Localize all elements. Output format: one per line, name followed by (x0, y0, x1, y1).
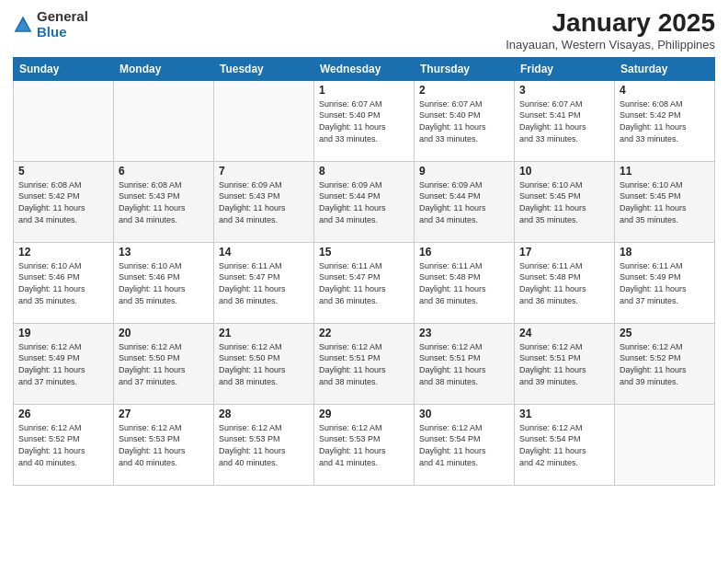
cell-1-5: 2Sunrise: 6:07 AM Sunset: 5:40 PM Daylig… (415, 80, 515, 161)
cell-4-3: 21Sunrise: 6:12 AM Sunset: 5:50 PM Dayli… (214, 323, 314, 404)
day-info: Sunrise: 6:11 AM Sunset: 5:49 PM Dayligh… (620, 260, 710, 306)
cell-3-3: 14Sunrise: 6:11 AM Sunset: 5:47 PM Dayli… (214, 242, 314, 323)
week-row-1: 1Sunrise: 6:07 AM Sunset: 5:40 PM Daylig… (14, 80, 715, 161)
day-number: 16 (419, 246, 509, 259)
day-info: Sunrise: 6:07 AM Sunset: 5:41 PM Dayligh… (519, 98, 609, 144)
day-info: Sunrise: 6:11 AM Sunset: 5:48 PM Dayligh… (519, 260, 609, 306)
cell-3-6: 17Sunrise: 6:11 AM Sunset: 5:48 PM Dayli… (515, 242, 615, 323)
cell-2-3: 7Sunrise: 6:09 AM Sunset: 5:43 PM Daylig… (214, 161, 314, 242)
cell-4-2: 20Sunrise: 6:12 AM Sunset: 5:50 PM Dayli… (114, 323, 214, 404)
day-info: Sunrise: 6:12 AM Sunset: 5:51 PM Dayligh… (319, 341, 409, 387)
day-number: 20 (119, 327, 209, 339)
cell-5-6: 31Sunrise: 6:12 AM Sunset: 5:54 PM Dayli… (515, 404, 615, 485)
day-number: 2 (419, 84, 509, 97)
cell-4-1: 19Sunrise: 6:12 AM Sunset: 5:49 PM Dayli… (14, 323, 114, 404)
day-number: 11 (620, 165, 710, 178)
logo: General Blue (13, 9, 88, 40)
day-number: 31 (519, 408, 609, 420)
day-info: Sunrise: 6:08 AM Sunset: 5:43 PM Dayligh… (119, 179, 209, 225)
day-number: 19 (18, 327, 108, 339)
cell-1-7: 4Sunrise: 6:08 AM Sunset: 5:42 PM Daylig… (615, 80, 715, 161)
day-number: 30 (419, 408, 509, 420)
day-number: 1 (319, 84, 409, 97)
weekday-header-row: Sunday Monday Tuesday Wednesday Thursday… (14, 57, 715, 80)
day-number: 14 (219, 246, 309, 259)
day-info: Sunrise: 6:12 AM Sunset: 5:52 PM Dayligh… (18, 422, 108, 468)
month-title: January 2025 (506, 9, 715, 38)
cell-5-1: 26Sunrise: 6:12 AM Sunset: 5:52 PM Dayli… (14, 404, 114, 485)
cell-2-6: 10Sunrise: 6:10 AM Sunset: 5:45 PM Dayli… (515, 161, 615, 242)
day-info: Sunrise: 6:10 AM Sunset: 5:46 PM Dayligh… (119, 260, 209, 306)
day-number: 12 (18, 246, 108, 259)
cell-2-5: 9Sunrise: 6:09 AM Sunset: 5:44 PM Daylig… (415, 161, 515, 242)
cell-3-1: 12Sunrise: 6:10 AM Sunset: 5:46 PM Dayli… (14, 242, 114, 323)
day-number: 3 (519, 84, 609, 97)
title-block: January 2025 Inayauan, Western Visayas, … (506, 9, 715, 52)
cell-4-5: 23Sunrise: 6:12 AM Sunset: 5:51 PM Dayli… (415, 323, 515, 404)
day-info: Sunrise: 6:08 AM Sunset: 5:42 PM Dayligh… (18, 179, 108, 225)
header-tuesday: Tuesday (214, 57, 314, 80)
header-saturday: Saturday (615, 57, 715, 80)
day-info: Sunrise: 6:09 AM Sunset: 5:43 PM Dayligh… (219, 179, 309, 225)
cell-1-4: 1Sunrise: 6:07 AM Sunset: 5:40 PM Daylig… (314, 80, 415, 161)
day-info: Sunrise: 6:11 AM Sunset: 5:47 PM Dayligh… (219, 260, 309, 306)
header-monday: Monday (114, 57, 214, 80)
cell-2-7: 11Sunrise: 6:10 AM Sunset: 5:45 PM Dayli… (615, 161, 715, 242)
day-info: Sunrise: 6:11 AM Sunset: 5:47 PM Dayligh… (319, 260, 409, 306)
header-friday: Friday (515, 57, 615, 80)
day-info: Sunrise: 6:10 AM Sunset: 5:45 PM Dayligh… (620, 179, 710, 225)
cell-4-6: 24Sunrise: 6:12 AM Sunset: 5:51 PM Dayli… (515, 323, 615, 404)
cell-1-2 (114, 80, 214, 161)
day-number: 8 (319, 165, 409, 178)
logo-general-text: General (37, 9, 88, 25)
day-info: Sunrise: 6:12 AM Sunset: 5:53 PM Dayligh… (119, 422, 209, 468)
cell-4-7: 25Sunrise: 6:12 AM Sunset: 5:52 PM Dayli… (615, 323, 715, 404)
day-info: Sunrise: 6:12 AM Sunset: 5:53 PM Dayligh… (219, 422, 309, 468)
week-row-2: 5Sunrise: 6:08 AM Sunset: 5:42 PM Daylig… (14, 161, 715, 242)
calendar-table: Sunday Monday Tuesday Wednesday Thursday… (13, 57, 715, 486)
day-number: 28 (219, 408, 309, 420)
cell-2-2: 6Sunrise: 6:08 AM Sunset: 5:43 PM Daylig… (114, 161, 214, 242)
cell-5-2: 27Sunrise: 6:12 AM Sunset: 5:53 PM Dayli… (114, 404, 214, 485)
day-info: Sunrise: 6:12 AM Sunset: 5:53 PM Dayligh… (319, 422, 409, 468)
page-header: General Blue January 2025 Inayauan, West… (13, 9, 715, 52)
day-number: 21 (219, 327, 309, 339)
cell-1-1 (14, 80, 114, 161)
logo-icon (13, 15, 33, 35)
day-info: Sunrise: 6:10 AM Sunset: 5:46 PM Dayligh… (18, 260, 108, 306)
cell-5-4: 29Sunrise: 6:12 AM Sunset: 5:53 PM Dayli… (314, 404, 415, 485)
cell-2-1: 5Sunrise: 6:08 AM Sunset: 5:42 PM Daylig… (14, 161, 114, 242)
day-info: Sunrise: 6:12 AM Sunset: 5:54 PM Dayligh… (419, 422, 509, 468)
day-number: 22 (319, 327, 409, 339)
week-row-3: 12Sunrise: 6:10 AM Sunset: 5:46 PM Dayli… (14, 242, 715, 323)
day-info: Sunrise: 6:10 AM Sunset: 5:45 PM Dayligh… (519, 179, 609, 225)
day-info: Sunrise: 6:11 AM Sunset: 5:48 PM Dayligh… (419, 260, 509, 306)
day-info: Sunrise: 6:12 AM Sunset: 5:50 PM Dayligh… (219, 341, 309, 387)
cell-1-6: 3Sunrise: 6:07 AM Sunset: 5:41 PM Daylig… (515, 80, 615, 161)
header-thursday: Thursday (415, 57, 515, 80)
day-info: Sunrise: 6:08 AM Sunset: 5:42 PM Dayligh… (620, 98, 710, 144)
cell-3-4: 15Sunrise: 6:11 AM Sunset: 5:47 PM Dayli… (314, 242, 415, 323)
week-row-4: 19Sunrise: 6:12 AM Sunset: 5:49 PM Dayli… (14, 323, 715, 404)
cell-5-5: 30Sunrise: 6:12 AM Sunset: 5:54 PM Dayli… (415, 404, 515, 485)
day-info: Sunrise: 6:12 AM Sunset: 5:49 PM Dayligh… (18, 341, 108, 387)
day-info: Sunrise: 6:12 AM Sunset: 5:50 PM Dayligh… (119, 341, 209, 387)
day-number: 7 (219, 165, 309, 178)
location-subtitle: Inayauan, Western Visayas, Philippines (506, 38, 715, 52)
day-info: Sunrise: 6:07 AM Sunset: 5:40 PM Dayligh… (419, 98, 509, 144)
day-info: Sunrise: 6:07 AM Sunset: 5:40 PM Dayligh… (319, 98, 409, 144)
day-number: 6 (119, 165, 209, 178)
week-row-5: 26Sunrise: 6:12 AM Sunset: 5:52 PM Dayli… (14, 404, 715, 485)
header-wednesday: Wednesday (314, 57, 415, 80)
cell-3-5: 16Sunrise: 6:11 AM Sunset: 5:48 PM Dayli… (415, 242, 515, 323)
day-number: 10 (519, 165, 609, 178)
day-info: Sunrise: 6:09 AM Sunset: 5:44 PM Dayligh… (419, 179, 509, 225)
cell-3-7: 18Sunrise: 6:11 AM Sunset: 5:49 PM Dayli… (615, 242, 715, 323)
cell-5-7 (615, 404, 715, 485)
day-number: 5 (18, 165, 108, 178)
cell-3-2: 13Sunrise: 6:10 AM Sunset: 5:46 PM Dayli… (114, 242, 214, 323)
day-number: 18 (620, 246, 710, 259)
day-number: 23 (419, 327, 509, 339)
day-info: Sunrise: 6:12 AM Sunset: 5:54 PM Dayligh… (519, 422, 609, 468)
day-info: Sunrise: 6:12 AM Sunset: 5:52 PM Dayligh… (620, 341, 710, 387)
